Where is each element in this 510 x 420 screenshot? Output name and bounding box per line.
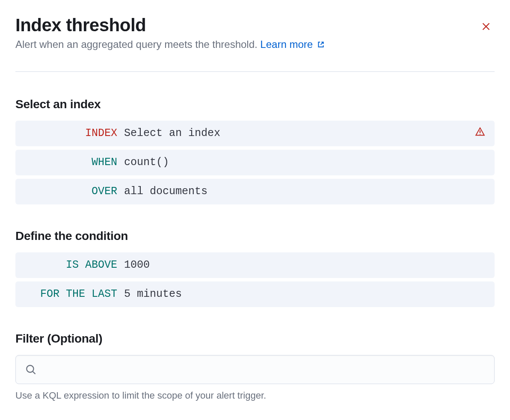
filter-title: Filter (Optional)	[15, 332, 495, 346]
for-the-last-keyword: FOR THE LAST	[25, 288, 124, 300]
external-link-icon	[317, 40, 325, 49]
filter-help-text: Use a KQL expression to limit the scope …	[15, 390, 495, 401]
svg-point-0	[480, 134, 480, 135]
when-expression-row[interactable]: WHEN count()	[15, 150, 495, 175]
is-above-expression-row[interactable]: IS ABOVE 1000	[15, 252, 495, 278]
page-subtitle: Alert when an aggregated query meets the…	[15, 38, 325, 51]
subtitle-text: Alert when an aggregated query meets the…	[15, 38, 260, 50]
section-select-index: Select an index INDEX Select an index WH…	[15, 98, 495, 204]
index-value: Select an index	[124, 127, 475, 139]
over-expression-row[interactable]: OVER all documents	[15, 179, 495, 204]
over-keyword: OVER	[25, 185, 124, 198]
over-value: all documents	[124, 185, 485, 198]
when-value: count()	[124, 156, 485, 169]
section-define-condition: Define the condition IS ABOVE 1000 FOR T…	[15, 229, 495, 307]
index-expression-row[interactable]: INDEX Select an index	[15, 121, 495, 146]
warning-icon	[475, 127, 485, 140]
when-keyword: WHEN	[25, 156, 124, 169]
is-above-keyword: IS ABOVE	[25, 259, 124, 271]
for-the-last-expression-row[interactable]: FOR THE LAST 5 minutes	[15, 281, 495, 307]
index-keyword: INDEX	[25, 127, 124, 139]
define-condition-title: Define the condition	[15, 229, 495, 243]
search-icon	[25, 364, 36, 375]
close-button[interactable]	[477, 18, 495, 36]
filter-input[interactable]	[43, 364, 485, 375]
learn-more-text: Learn more	[260, 38, 313, 50]
svg-point-1	[27, 365, 33, 372]
close-icon	[481, 21, 491, 32]
page-title: Index threshold	[15, 15, 325, 35]
for-the-last-value: 5 minutes	[124, 288, 485, 300]
select-index-title: Select an index	[15, 98, 495, 111]
learn-more-link[interactable]: Learn more	[260, 38, 325, 50]
is-above-value: 1000	[124, 259, 485, 271]
divider	[15, 71, 495, 72]
section-filter: Filter (Optional) Use a KQL expression t…	[15, 332, 495, 401]
filter-input-container[interactable]	[15, 355, 495, 384]
